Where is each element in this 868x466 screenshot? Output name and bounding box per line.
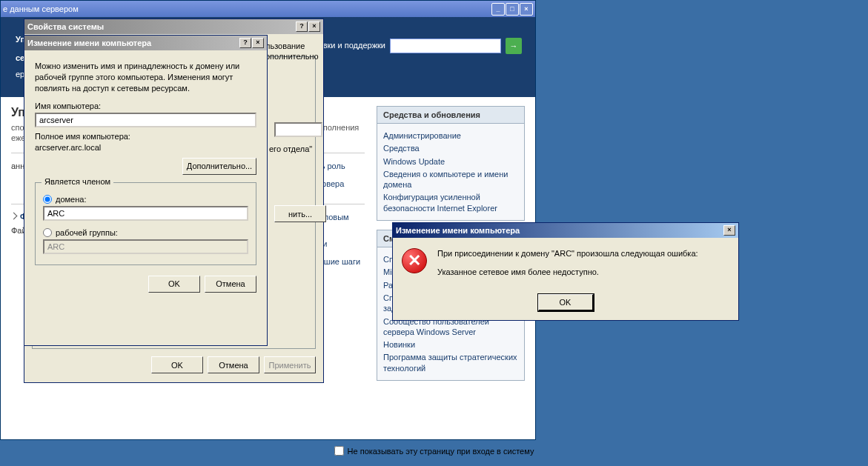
help-button[interactable]: ? (239, 38, 251, 48)
full-name-value: arcserver.arc.local (35, 143, 256, 152)
chevron-icon (10, 213, 18, 220)
cancel-button[interactable]: Отмена (205, 276, 256, 293)
apply-button[interactable]: Применить (264, 356, 316, 373)
side-link[interactable]: Конфигурация усиленной безопасности Inte… (383, 192, 518, 213)
side-link[interactable]: Администрирование (383, 130, 518, 141)
tools-title: Средства и обновления (377, 107, 524, 124)
domain-label[interactable]: домена: (56, 195, 86, 204)
error-line1: При присоединении к домену "ARC" произош… (437, 248, 698, 259)
tools-updates-box: Средства и обновления Администрирование … (377, 106, 525, 221)
error-title: Изменение имени компьютера (396, 226, 723, 235)
help-button[interactable]: ? (296, 21, 308, 32)
obscured-change-button[interactable]: нить... (274, 205, 326, 222)
dont-show-input[interactable] (334, 446, 344, 456)
close-button[interactable]: × (723, 225, 735, 236)
ok-button[interactable]: OK (538, 294, 594, 311)
member-of-group: Является членом домена: рабочей группы: (35, 182, 256, 265)
minimize-button[interactable]: _ (491, 3, 505, 16)
close-button[interactable]: × (252, 38, 264, 48)
side-link[interactable]: Средства (383, 143, 518, 153)
search-input[interactable] (390, 39, 501, 53)
rename-titlebar[interactable]: Изменение имени компьютера ? × (24, 36, 267, 50)
sysprops-title: Свойства системы (27, 22, 296, 31)
error-dialog: Изменение имени компьютера × ✕ При присо… (392, 222, 739, 321)
side-link[interactable]: Программа защиты стратегических технолог… (383, 352, 518, 373)
ok-button[interactable]: OK (151, 356, 203, 373)
error-line2: Указанное сетевое имя более недоступно. (437, 267, 698, 278)
side-link[interactable]: Новинки (383, 339, 518, 350)
ok-button[interactable]: OK (148, 276, 200, 293)
error-icon: ✕ (402, 248, 427, 273)
close-button[interactable]: × (308, 21, 320, 32)
main-title: е данным сервером (3, 4, 491, 13)
cancel-button[interactable]: Отмена (208, 356, 259, 373)
obscured-tabs: льзование ополнительно (265, 41, 323, 62)
side-link[interactable]: Windows Update (383, 156, 518, 167)
workgroup-label[interactable]: рабочей группы: (56, 228, 118, 237)
maximize-button[interactable]: □ (506, 3, 519, 16)
obscured-text: его отдела" (269, 144, 312, 153)
computer-name-input[interactable] (35, 113, 256, 127)
error-titlebar[interactable]: Изменение имени компьютера × (393, 223, 738, 238)
sysprops-titlebar[interactable]: Свойства системы ? × (24, 19, 323, 34)
search-go-button[interactable]: → (506, 38, 522, 54)
dont-show-checkbox[interactable]: Не показывать эту страницу при входе в с… (334, 446, 534, 456)
rename-title: Изменение имени компьютера (27, 39, 239, 47)
more-button[interactable]: Дополнительно... (182, 158, 256, 175)
computer-name-label: Имя компьютера: (35, 101, 256, 110)
workgroup-input (43, 239, 248, 254)
member-legend: Является членом (42, 177, 113, 186)
side-link[interactable]: Сведения о компьютере и имени домена (383, 169, 518, 190)
workgroup-radio[interactable] (43, 228, 52, 237)
full-name-label: Полное имя компьютера: (35, 132, 256, 141)
rename-computer-dialog: Изменение имени компьютера ? × Можно изм… (24, 35, 268, 346)
close-button[interactable]: × (520, 3, 533, 16)
rename-intro: Можно изменить имя и принадлежность к до… (35, 61, 256, 94)
obscured-input[interactable] (274, 122, 322, 137)
domain-input[interactable] (43, 206, 248, 221)
domain-radio[interactable] (43, 195, 52, 204)
main-titlebar[interactable]: е данным сервером _ □ × (1, 1, 535, 17)
bottom-bar: Не показывать эту страницу при входе в с… (0, 446, 868, 457)
